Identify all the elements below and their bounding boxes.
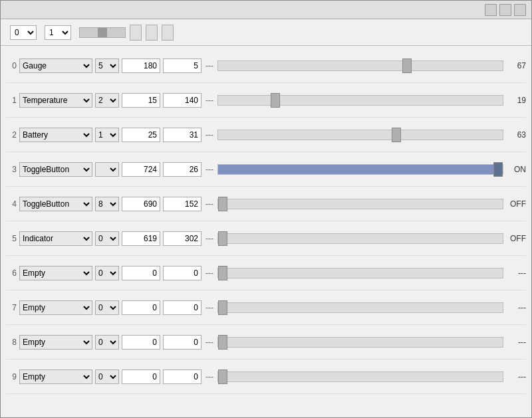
row-1-val1[interactable] bbox=[122, 93, 160, 108]
disconnect-button[interactable] bbox=[162, 25, 174, 41]
row-5-slider-container bbox=[217, 233, 503, 244]
title-bar-controls bbox=[485, 4, 526, 16]
row-9-sub-select[interactable]: 0123456789 bbox=[95, 369, 119, 384]
row-9-dash: --- bbox=[204, 372, 215, 381]
row-1-display-value: 19 bbox=[506, 96, 526, 105]
table-row: 1GaugeTemperatureBatteryToggleButtonIndi… bbox=[6, 83, 526, 118]
row-1-slider[interactable] bbox=[217, 95, 503, 106]
buzzer-button[interactable] bbox=[130, 25, 142, 41]
row-5-dash: --- bbox=[204, 234, 215, 243]
row-7-dash: --- bbox=[204, 303, 215, 312]
row-3-slider[interactable] bbox=[217, 164, 503, 175]
row-3-dash: --- bbox=[204, 165, 215, 174]
close-button[interactable] bbox=[514, 4, 526, 16]
row-6-slider-container bbox=[217, 268, 503, 278]
row-6-dash: --- bbox=[204, 268, 215, 278]
row-0-display-value: 67 bbox=[506, 61, 526, 70]
row-4-val1[interactable] bbox=[122, 197, 160, 211]
row-2-slider[interactable] bbox=[217, 130, 503, 140]
table-row: 7GaugeTemperatureBatteryToggleButtonIndi… bbox=[6, 290, 526, 325]
row-9-index: 9 bbox=[6, 372, 17, 381]
row-6-type-select[interactable]: GaugeTemperatureBatteryToggleButtonIndic… bbox=[19, 266, 92, 280]
row-8-slider[interactable] bbox=[217, 337, 503, 348]
row-8-val2[interactable] bbox=[163, 335, 201, 350]
row-2-val1[interactable] bbox=[122, 128, 160, 142]
row-8-type-select[interactable]: GaugeTemperatureBatteryToggleButtonIndic… bbox=[19, 335, 92, 350]
title-bar bbox=[1, 1, 531, 19]
row-5-index: 5 bbox=[6, 234, 17, 243]
row-8-sub-select[interactable]: 0123456789 bbox=[95, 335, 119, 350]
row-9-slider[interactable] bbox=[217, 371, 503, 382]
row-2-dash: --- bbox=[204, 130, 215, 140]
row-5-val1[interactable] bbox=[122, 231, 160, 246]
table-row: 8GaugeTemperatureBatteryToggleButtonIndi… bbox=[6, 325, 526, 360]
row-8-val1[interactable] bbox=[122, 335, 160, 350]
row-1-dash: --- bbox=[204, 96, 215, 105]
row-0-slider[interactable] bbox=[217, 60, 503, 71]
row-3-val1[interactable] bbox=[122, 162, 160, 177]
row-8-slider-container bbox=[217, 337, 503, 348]
page-select[interactable]: 0123 4567 bbox=[10, 25, 37, 40]
row-1-val2[interactable] bbox=[163, 93, 201, 108]
row-9-slider-container bbox=[217, 371, 503, 382]
row-9-val2[interactable] bbox=[163, 369, 201, 384]
table-row: 2GaugeTemperatureBatteryToggleButtonIndi… bbox=[6, 118, 526, 152]
row-0-index: 0 bbox=[6, 61, 17, 70]
row-1-slider-container bbox=[217, 95, 503, 106]
row-7-sub-select[interactable]: 0123456789 bbox=[95, 300, 119, 315]
row-4-type-select[interactable]: GaugeTemperatureBatteryToggleButtonIndic… bbox=[19, 197, 92, 211]
row-9-display-value: --- bbox=[506, 372, 526, 381]
row-5-type-select[interactable]: GaugeTemperatureBatteryToggleButtonIndic… bbox=[19, 231, 92, 246]
row-5-slider[interactable] bbox=[217, 233, 503, 244]
row-8-index: 8 bbox=[6, 338, 17, 347]
bg-select[interactable]: 1023 bbox=[45, 25, 71, 40]
maximize-button[interactable] bbox=[499, 4, 511, 16]
row-3-sub-select[interactable]: 0123456789 bbox=[95, 162, 119, 177]
row-7-val1[interactable] bbox=[122, 300, 160, 315]
row-0-slider-container bbox=[217, 60, 503, 71]
row-2-val2[interactable] bbox=[163, 128, 201, 142]
row-0-dash: --- bbox=[204, 61, 215, 70]
row-5-val2[interactable] bbox=[163, 231, 201, 246]
row-2-slider-container bbox=[217, 130, 503, 140]
row-3-val2[interactable] bbox=[163, 162, 201, 177]
row-7-type-select[interactable]: GaugeTemperatureBatteryToggleButtonIndic… bbox=[19, 300, 92, 315]
row-0-type-select[interactable]: GaugeTemperatureBatteryToggleButtonIndic… bbox=[19, 58, 92, 73]
table-row: 4GaugeTemperatureBatteryToggleButtonIndi… bbox=[6, 187, 526, 221]
row-7-slider[interactable] bbox=[217, 302, 503, 313]
brightness-slider[interactable] bbox=[79, 27, 126, 38]
row-2-index: 2 bbox=[6, 130, 17, 140]
row-7-index: 7 bbox=[6, 303, 17, 312]
row-7-display-value: --- bbox=[506, 303, 526, 312]
row-3-type-select[interactable]: GaugeTemperatureBatteryToggleButtonIndic… bbox=[19, 162, 92, 177]
row-4-slider[interactable] bbox=[217, 199, 503, 209]
row-0-val1[interactable] bbox=[122, 58, 160, 73]
row-5-sub-select[interactable]: 0123456789 bbox=[95, 231, 119, 246]
row-0-val2[interactable] bbox=[163, 58, 201, 73]
row-1-index: 1 bbox=[6, 96, 17, 105]
row-3-index: 3 bbox=[6, 165, 17, 174]
row-6-sub-select[interactable]: 0123456789 bbox=[95, 266, 119, 280]
row-7-val2[interactable] bbox=[163, 300, 201, 315]
row-9-type-select[interactable]: GaugeTemperatureBatteryToggleButtonIndic… bbox=[19, 369, 92, 384]
row-4-index: 4 bbox=[6, 199, 17, 209]
row-2-type-select[interactable]: GaugeTemperatureBatteryToggleButtonIndic… bbox=[19, 128, 92, 142]
row-4-val2[interactable] bbox=[163, 197, 201, 211]
row-6-slider[interactable] bbox=[217, 268, 503, 278]
table-row: 0GaugeTemperatureBatteryToggleButtonIndi… bbox=[6, 49, 526, 83]
row-6-val1[interactable] bbox=[122, 266, 160, 280]
minimize-button[interactable] bbox=[485, 4, 497, 16]
row-2-sub-select[interactable]: 0123456789 bbox=[95, 128, 119, 142]
row-6-display-value: --- bbox=[506, 268, 526, 278]
row-4-sub-select[interactable]: 0123456789 bbox=[95, 197, 119, 211]
row-6-val2[interactable] bbox=[163, 266, 201, 280]
row-8-dash: --- bbox=[204, 338, 215, 347]
row-0-sub-select[interactable]: 0123456789 bbox=[95, 58, 119, 73]
table-row: 5GaugeTemperatureBatteryToggleButtonIndi… bbox=[6, 221, 526, 256]
save-button[interactable] bbox=[146, 25, 158, 41]
row-1-sub-select[interactable]: 0123456789 bbox=[95, 93, 119, 108]
row-1-type-select[interactable]: GaugeTemperatureBatteryToggleButtonIndic… bbox=[19, 93, 92, 108]
row-9-val1[interactable] bbox=[122, 369, 160, 384]
main-window: 0123 4567 1023 0GaugeTemperatureBatteryT… bbox=[0, 0, 532, 418]
row-7-slider-container bbox=[217, 302, 503, 313]
